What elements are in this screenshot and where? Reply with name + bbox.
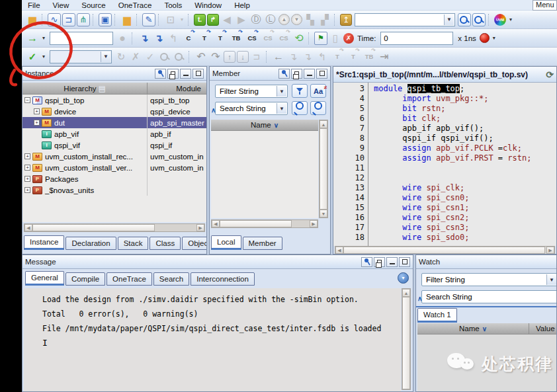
expander-icon[interactable]: + (24, 153, 30, 159)
back-time-disabled-icon[interactable]: T (346, 50, 361, 63)
menu-onetrace[interactable]: OneTrace (118, 1, 152, 9)
edit-source-icon[interactable]: ✎ (142, 13, 155, 26)
table-row[interactable]: + M device qspi_device (22, 106, 206, 117)
chevron-down-icon[interactable]: ▼ (444, 15, 454, 25)
pin-icon[interactable] (278, 69, 290, 79)
search-wave-icon[interactable] (158, 50, 171, 63)
wave-compare-icon[interactable]: ✓ (26, 50, 39, 63)
expander-icon[interactable]: + (24, 187, 30, 193)
member-name-header[interactable]: Name∨ (211, 120, 318, 131)
record-menu-icon[interactable]: ▾ (491, 32, 497, 45)
menu-button[interactable]: Menu (533, 0, 557, 11)
table-row[interactable]: + P _$novas_units (22, 184, 206, 196)
tab-general[interactable]: General (25, 271, 64, 286)
run-icon[interactable]: → (26, 32, 39, 45)
member-search-combobox[interactable]: Search String ▼ (215, 102, 288, 115)
hierarchy-column-header[interactable]: Hierarchy ▤ (22, 84, 147, 93)
apply-wave-icon[interactable]: ✓ (144, 50, 157, 63)
goto-active-line-icon[interactable]: t. (194, 14, 206, 26)
scrollbar-thumb[interactable] (220, 220, 292, 227)
run-to-end-icon[interactable]: ⇥ (378, 50, 391, 63)
move-up-icon[interactable]: ↑ (224, 51, 236, 63)
ntrace-window-icon[interactable]: ▣ (99, 13, 112, 26)
hierarchy-icon[interactable]: ⋔ (77, 13, 90, 26)
session-folder-icon[interactable]: ▆ (120, 13, 134, 26)
to-time-disabled-icon[interactable]: T (330, 50, 345, 63)
prev-delta-icon[interactable]: Ⓓ (249, 13, 263, 26)
scroll-right-icon[interactable]: ▶ (196, 224, 204, 231)
float-panel-icon[interactable] (291, 69, 302, 79)
search-icon[interactable] (458, 13, 471, 26)
to-tb-disabled-icon[interactable]: TB (362, 50, 376, 63)
reverse-cs-n-icon[interactable]: CS (277, 32, 291, 45)
member-v-scrollbar[interactable]: ▲ ▼ (319, 120, 328, 218)
goto-active-scope-icon[interactable]: ↱ (207, 14, 219, 26)
float-panel-icon[interactable] (374, 257, 385, 267)
signal-search-combobox[interactable]: ▼ (355, 13, 455, 26)
minimize-icon[interactable] (180, 69, 191, 79)
search-button[interactable] (292, 101, 308, 115)
minimize-icon[interactable] (386, 257, 398, 267)
pin-icon[interactable] (155, 69, 166, 79)
next-statement-disabled-icon[interactable]: ↴ (286, 50, 300, 63)
pop-scope-icon[interactable]: ▞ (318, 13, 331, 26)
scroll-left-icon[interactable]: ◀ (24, 224, 32, 231)
table-row[interactable]: + M uvm_custom_install_ver... uvm_custom… (22, 162, 206, 173)
open-folder-icon[interactable]: ▆ (26, 13, 39, 26)
copy-menu-icon[interactable]: ▾ (179, 13, 185, 26)
chevron-down-icon[interactable]: ▼ (101, 52, 110, 62)
menu-view[interactable]: View (53, 1, 69, 9)
search-wave-menu-icon[interactable] (173, 50, 186, 63)
dock-icon[interactable]: ⊐ (250, 50, 263, 63)
move-down-icon[interactable]: ↓ (237, 51, 249, 63)
wave-compare-menu-icon[interactable]: ▾ (40, 50, 47, 63)
module-column-header[interactable]: Module (147, 83, 206, 94)
signal-value-combobox[interactable]: ▼ (50, 50, 112, 63)
tab-watch-1[interactable]: Watch 1 (417, 308, 457, 323)
member-h-scrollbar[interactable]: ◀ ▶ (211, 219, 318, 228)
scroll-right-icon[interactable]: ▶ (546, 247, 554, 254)
tab-member[interactable]: Member (243, 237, 282, 250)
tab-class[interactable]: Class (150, 237, 181, 250)
uvm-icon[interactable]: UVM (494, 14, 506, 26)
scroll-up-icon[interactable]: ▲ (402, 289, 410, 297)
uvm-menu-icon[interactable]: ▾ (507, 13, 514, 26)
source-h-scrollbar[interactable]: ◀ ▶ (335, 246, 555, 255)
scrollbar-thumb[interactable] (402, 297, 410, 389)
table-row[interactable]: + M dut apb_spi_master (22, 117, 206, 128)
stop-icon[interactable]: ● (116, 32, 129, 45)
refresh-wave-icon[interactable]: ↻ (114, 50, 128, 63)
table-row[interactable]: I apb_vif apb_if (22, 128, 206, 139)
copy-icon[interactable]: ⊡ (164, 13, 177, 26)
time-input[interactable] (380, 32, 453, 45)
prev-statement-icon[interactable]: ↰ (167, 32, 180, 45)
tab-compile[interactable]: Compile (65, 272, 105, 286)
maximize-icon[interactable] (193, 69, 204, 79)
record-icon[interactable] (480, 33, 490, 43)
sim-log-icon[interactable]: ▯ (329, 32, 342, 45)
table-row[interactable]: + P Packages (22, 173, 206, 184)
instance-h-scrollbar[interactable]: ◀ ▶ (24, 223, 205, 232)
expander-icon[interactable]: + (34, 120, 40, 126)
scroll-right-icon[interactable]: ▶ (310, 220, 318, 227)
clear-wave-icon[interactable]: ✗ (129, 50, 142, 63)
sort-icon[interactable]: ∨ (482, 325, 487, 333)
run-to-time-icon[interactable]: T (213, 32, 228, 45)
chevron-down-icon[interactable]: ▼ (277, 103, 286, 114)
undo-icon[interactable]: ↶ (194, 50, 208, 63)
tab-declaration[interactable]: Declaration (65, 237, 116, 250)
run-target-input[interactable] (50, 32, 113, 45)
expander-icon[interactable]: + (24, 176, 30, 182)
menu-help[interactable]: Help (234, 1, 250, 9)
up-scope-icon[interactable]: ▲ (278, 14, 290, 25)
table-row[interactable]: − M qspi_tb_top qspi_tb_top (22, 95, 206, 106)
reload-icon[interactable]: ⟳ (546, 69, 554, 80)
expander-icon[interactable]: + (34, 108, 40, 114)
watch-filter-combobox[interactable]: Filter String ▼ (421, 273, 557, 286)
table-row[interactable]: I qspi_vif qspi_if (22, 139, 206, 151)
scroll-left-icon[interactable]: ◀ (212, 220, 220, 227)
nschema-icon[interactable]: ⊐ (62, 13, 75, 26)
scroll-up-icon[interactable]: ▲ (320, 120, 327, 128)
restart-icon[interactable]: ⟲ (292, 32, 306, 45)
table-row[interactable]: + M uvm_custom_install_rec... uvm_custom… (22, 151, 206, 162)
